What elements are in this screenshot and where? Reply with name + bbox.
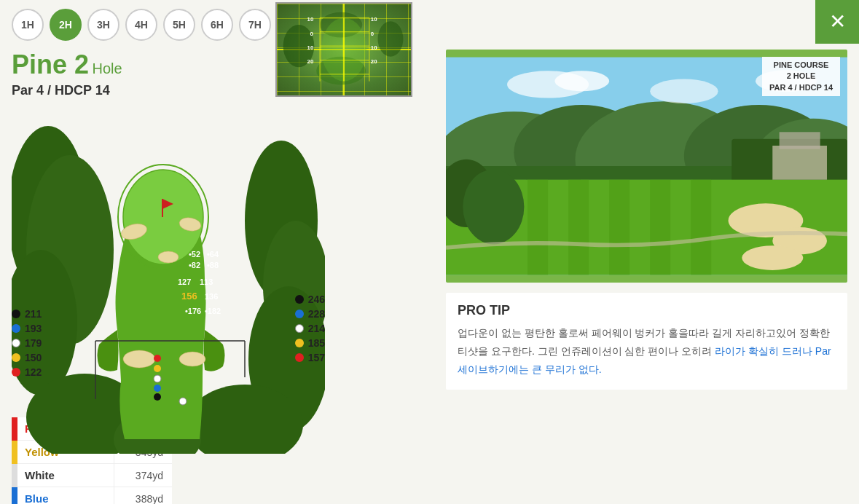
hole-btn-5h[interactable]: 5H: [163, 9, 195, 41]
dist-red-right: 157: [295, 352, 325, 363]
dist-blue-right: 228: [295, 308, 325, 320]
dist-white-left: 179: [12, 337, 42, 349]
red-dot: [12, 368, 20, 377]
blue-label: Blue: [17, 487, 114, 504]
badge-line1: PINE COURSE: [769, 60, 833, 71]
svg-text:20: 20: [371, 58, 377, 65]
svg-rect-68: [568, 180, 589, 275]
svg-point-80: [554, 71, 609, 91]
hole-btn-7h[interactable]: 7H: [239, 9, 271, 41]
yellow-dist-value-r: 185: [308, 337, 325, 349]
svg-point-57: [179, 398, 187, 405]
svg-text:•176: •176: [185, 307, 201, 315]
black-dot-r: [295, 295, 304, 304]
hole-btn-3h[interactable]: 3H: [87, 9, 119, 41]
badge-line3: PAR 4 / HDCP 14: [769, 82, 833, 93]
svg-text:113: 113: [200, 277, 213, 286]
svg-point-76: [463, 170, 524, 245]
svg-rect-77: [772, 146, 827, 180]
white-bar: [12, 464, 17, 487]
svg-point-1: [378, 21, 404, 56]
dist-yellow-left: 150: [12, 352, 42, 363]
svg-text:10: 10: [307, 44, 314, 51]
blue-value: 388yd: [114, 487, 172, 504]
yardage-row-white: White 374yd: [12, 464, 172, 487]
svg-text:0: 0: [371, 31, 374, 37]
svg-text:•64: •64: [207, 250, 219, 259]
black-dot: [12, 310, 20, 318]
svg-point-40: [154, 385, 161, 392]
svg-point-39: [154, 393, 161, 401]
course-photo: PINE COURSE 2 HOLE PAR 4 / HDCP 14: [446, 50, 847, 283]
svg-text:•88: •88: [207, 261, 219, 269]
svg-rect-67: [527, 180, 548, 275]
svg-point-36: [158, 251, 179, 263]
close-button[interactable]: ✕: [815, 0, 859, 44]
svg-text:0: 0: [310, 31, 313, 37]
pro-tip-text: 업다운이 없는 평탄한 홀로써 페어웨이 벙커가 홀을따라 길게 자리하고있어 …: [458, 324, 836, 379]
svg-text:•82: •82: [189, 261, 200, 269]
white-dist-value: 179: [25, 337, 42, 349]
hole-number-big: Pine 2: [12, 50, 89, 79]
hole-btn-6h[interactable]: 6H: [201, 9, 233, 41]
svg-point-41: [154, 375, 161, 382]
svg-text:•52: •52: [189, 250, 200, 259]
dist-white-right: 214: [295, 323, 325, 334]
black-dist-value-r: 246: [308, 294, 325, 305]
svg-text:127: 127: [178, 277, 191, 286]
dist-blue-left: 193: [12, 323, 42, 334]
dist-red-left: 122: [12, 366, 42, 378]
blue-dist-value: 193: [25, 323, 42, 334]
photo-badge: PINE COURSE 2 HOLE PAR 4 / HDCP 14: [762, 57, 840, 96]
white-dot: [12, 339, 20, 347]
svg-rect-70: [650, 180, 670, 275]
hole-btn-4h[interactable]: 4H: [125, 9, 157, 41]
blue-dot: [12, 324, 20, 333]
svg-point-31: [179, 352, 205, 366]
left-panel: Pine 2 Hole Par 4 / HDCP 14: [12, 50, 434, 504]
hole-label: Hole: [93, 60, 122, 76]
svg-text:10: 10: [371, 16, 377, 23]
yellow-dot-r: [295, 339, 304, 347]
white-value: 374yd: [114, 464, 172, 487]
white-dist-value-r: 214: [308, 323, 325, 334]
svg-text:136: 136: [205, 292, 218, 301]
dist-black-left: 211: [12, 308, 42, 320]
red-dist-value-r: 157: [308, 352, 325, 363]
yardage-row-blue: Blue 388yd: [12, 487, 172, 504]
svg-rect-69: [609, 180, 629, 275]
blue-bar: [12, 487, 17, 504]
hole-btn-1h[interactable]: 1H: [12, 9, 44, 41]
right-distances: 246 228 214 185: [295, 294, 325, 363]
svg-point-43: [154, 355, 161, 362]
blue-dist-value-r: 228: [308, 308, 325, 320]
hole-navigation: 1H2H3H4H5H6H7H8H9H: [0, 0, 859, 50]
red-dist-value: 122: [25, 366, 42, 378]
svg-text:20: 20: [307, 58, 314, 65]
dist-yellow-right: 185: [295, 337, 325, 349]
hole-illustration: •52 •64 •82 •88 127 113 156 136 •176 •18…: [12, 104, 325, 439]
main-content: Pine 2 Hole Par 4 / HDCP 14: [0, 50, 859, 504]
svg-point-81: [650, 79, 718, 103]
pro-tip-section: PRO TIP 업다운이 없는 평탄한 홀로써 페어웨이 벙커가 홀을따라 길게…: [446, 293, 847, 390]
left-distances: 211 193 179 150: [12, 308, 42, 378]
badge-line2: 2 HOLE: [769, 71, 833, 82]
aerial-map: 10 0 10 20 10 0 10 20: [275, 2, 412, 97]
white-label: White: [17, 464, 114, 487]
red-dot-r: [295, 353, 304, 362]
blue-dot-r: [295, 310, 304, 318]
svg-point-30: [123, 350, 155, 368]
svg-point-74: [742, 245, 803, 270]
svg-text:10: 10: [371, 44, 377, 51]
close-icon: ✕: [829, 12, 846, 32]
svg-point-42: [154, 365, 161, 372]
yellow-dist-value: 150: [25, 352, 42, 363]
svg-text:•182: •182: [205, 307, 221, 315]
svg-text:10: 10: [307, 16, 314, 23]
course-area: 10 0 10 20 10 0 10 20: [12, 104, 434, 439]
right-panel: PINE COURSE 2 HOLE PAR 4 / HDCP 14 PRO T…: [446, 50, 847, 504]
black-dist-value: 211: [25, 308, 42, 320]
yellow-dot: [12, 353, 20, 362]
white-dot-r: [295, 324, 304, 333]
hole-btn-2h[interactable]: 2H: [50, 9, 82, 41]
